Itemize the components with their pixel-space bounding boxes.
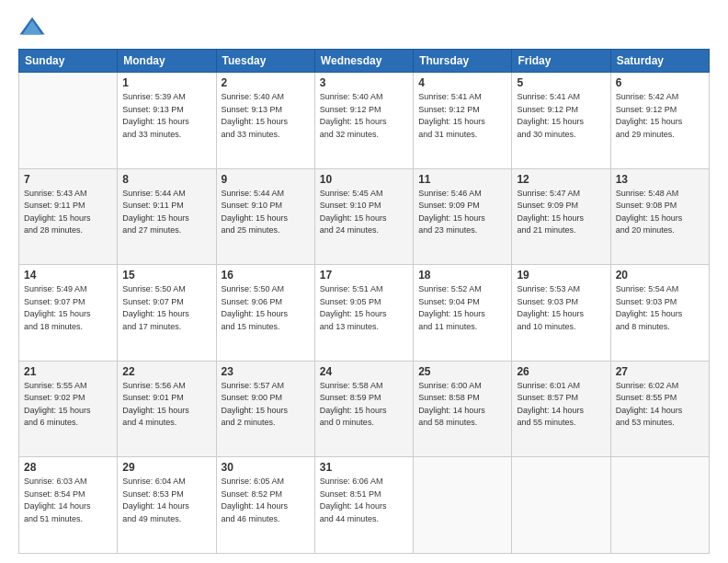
day-info: Sunrise: 5:50 AM Sunset: 9:07 PM Dayligh… — [122, 283, 210, 333]
day-number: 11 — [418, 173, 506, 186]
day-number: 25 — [418, 365, 506, 378]
day-number: 26 — [517, 365, 605, 378]
calendar-day: 9Sunrise: 5:44 AM Sunset: 9:10 PM Daylig… — [216, 168, 314, 265]
calendar-day: 5Sunrise: 5:41 AM Sunset: 9:12 PM Daylig… — [512, 73, 610, 169]
day-info: Sunrise: 5:44 AM Sunset: 9:11 PM Dayligh… — [122, 188, 210, 237]
day-number: 9 — [222, 173, 310, 186]
calendar-day: 25Sunrise: 6:00 AM Sunset: 8:58 PM Dayli… — [414, 361, 512, 457]
day-number: 10 — [320, 173, 408, 186]
calendar-day: 23Sunrise: 5:57 AM Sunset: 9:00 PM Dayli… — [216, 361, 314, 457]
day-number: 14 — [24, 269, 112, 282]
calendar-day: 3Sunrise: 5:40 AM Sunset: 9:12 PM Daylig… — [314, 73, 413, 169]
day-number: 17 — [320, 269, 408, 282]
calendar-day: 19Sunrise: 5:53 AM Sunset: 9:03 PM Dayli… — [512, 265, 610, 362]
day-info: Sunrise: 5:54 AM Sunset: 9:03 PM Dayligh… — [616, 283, 704, 333]
calendar-day: 10Sunrise: 5:45 AM Sunset: 9:10 PM Dayli… — [314, 168, 413, 265]
calendar-day: 14Sunrise: 5:49 AM Sunset: 9:07 PM Dayli… — [19, 265, 118, 362]
day-info: Sunrise: 5:55 AM Sunset: 9:02 PM Dayligh… — [24, 380, 112, 430]
day-info: Sunrise: 6:03 AM Sunset: 8:54 PM Dayligh… — [24, 476, 112, 525]
day-info: Sunrise: 5:46 AM Sunset: 9:09 PM Dayligh… — [418, 188, 506, 237]
day-info: Sunrise: 6:06 AM Sunset: 8:51 PM Dayligh… — [320, 476, 408, 525]
day-number: 30 — [222, 461, 310, 474]
day-number: 28 — [24, 461, 112, 474]
calendar-day: 8Sunrise: 5:44 AM Sunset: 9:11 PM Daylig… — [118, 168, 216, 265]
calendar-day: 13Sunrise: 5:48 AM Sunset: 9:08 PM Dayli… — [610, 168, 709, 265]
day-info: Sunrise: 5:56 AM Sunset: 9:01 PM Dayligh… — [122, 380, 210, 430]
header — [18, 14, 710, 41]
calendar-day — [512, 457, 610, 554]
day-number: 8 — [122, 173, 210, 186]
day-number: 4 — [418, 76, 506, 89]
day-info: Sunrise: 5:51 AM Sunset: 9:05 PM Dayligh… — [320, 283, 408, 333]
calendar-day: 18Sunrise: 5:52 AM Sunset: 9:04 PM Dayli… — [414, 265, 512, 362]
calendar-table: SundayMondayTuesdayWednesdayThursdayFrid… — [18, 49, 710, 554]
calendar-week-2: 7Sunrise: 5:43 AM Sunset: 9:11 PM Daylig… — [19, 168, 710, 265]
day-info: Sunrise: 6:04 AM Sunset: 8:53 PM Dayligh… — [122, 476, 210, 525]
day-info: Sunrise: 6:02 AM Sunset: 8:55 PM Dayligh… — [616, 380, 704, 430]
day-number: 20 — [616, 269, 704, 282]
calendar-day — [19, 73, 118, 169]
calendar-header-wednesday: Wednesday — [314, 50, 413, 73]
page: SundayMondayTuesdayWednesdayThursdayFrid… — [0, 0, 728, 563]
calendar-week-1: 1Sunrise: 5:39 AM Sunset: 9:13 PM Daylig… — [19, 73, 710, 169]
day-info: Sunrise: 5:49 AM Sunset: 9:07 PM Dayligh… — [24, 283, 112, 333]
day-number: 7 — [24, 173, 112, 186]
calendar-day: 30Sunrise: 6:05 AM Sunset: 8:52 PM Dayli… — [216, 457, 314, 554]
day-number: 3 — [320, 76, 408, 89]
calendar-day: 31Sunrise: 6:06 AM Sunset: 8:51 PM Dayli… — [314, 457, 413, 554]
calendar-day: 16Sunrise: 5:50 AM Sunset: 9:06 PM Dayli… — [216, 265, 314, 362]
day-number: 31 — [320, 461, 408, 474]
logo-icon — [18, 14, 46, 41]
day-number: 23 — [222, 365, 310, 378]
calendar-week-5: 28Sunrise: 6:03 AM Sunset: 8:54 PM Dayli… — [19, 457, 710, 554]
calendar-week-4: 21Sunrise: 5:55 AM Sunset: 9:02 PM Dayli… — [19, 361, 710, 457]
logo — [18, 14, 50, 41]
calendar-day: 15Sunrise: 5:50 AM Sunset: 9:07 PM Dayli… — [118, 265, 216, 362]
day-number: 27 — [616, 365, 704, 378]
day-info: Sunrise: 5:48 AM Sunset: 9:08 PM Dayligh… — [616, 188, 704, 237]
day-info: Sunrise: 5:47 AM Sunset: 9:09 PM Dayligh… — [517, 188, 605, 237]
day-number: 2 — [222, 76, 310, 89]
day-info: Sunrise: 5:39 AM Sunset: 9:13 PM Dayligh… — [122, 91, 210, 141]
day-number: 12 — [517, 173, 605, 186]
day-info: Sunrise: 5:44 AM Sunset: 9:10 PM Dayligh… — [222, 188, 310, 237]
calendar-header-tuesday: Tuesday — [216, 50, 314, 73]
day-number: 29 — [122, 461, 210, 474]
day-info: Sunrise: 5:52 AM Sunset: 9:04 PM Dayligh… — [418, 283, 506, 333]
day-info: Sunrise: 5:50 AM Sunset: 9:06 PM Dayligh… — [222, 283, 310, 333]
calendar-day: 20Sunrise: 5:54 AM Sunset: 9:03 PM Dayli… — [610, 265, 709, 362]
day-number: 19 — [517, 269, 605, 282]
calendar-day: 26Sunrise: 6:01 AM Sunset: 8:57 PM Dayli… — [512, 361, 610, 457]
calendar-header-saturday: Saturday — [610, 50, 709, 73]
day-info: Sunrise: 5:53 AM Sunset: 9:03 PM Dayligh… — [517, 283, 605, 333]
day-info: Sunrise: 5:58 AM Sunset: 8:59 PM Dayligh… — [320, 380, 408, 430]
day-number: 21 — [24, 365, 112, 378]
day-info: Sunrise: 5:41 AM Sunset: 9:12 PM Dayligh… — [517, 91, 605, 141]
day-info: Sunrise: 5:40 AM Sunset: 9:12 PM Dayligh… — [320, 91, 408, 141]
calendar-day — [414, 457, 512, 554]
day-number: 22 — [122, 365, 210, 378]
day-info: Sunrise: 5:41 AM Sunset: 9:12 PM Dayligh… — [418, 91, 506, 141]
calendar-week-3: 14Sunrise: 5:49 AM Sunset: 9:07 PM Dayli… — [19, 265, 710, 362]
day-info: Sunrise: 5:45 AM Sunset: 9:10 PM Dayligh… — [320, 188, 408, 237]
calendar-day: 7Sunrise: 5:43 AM Sunset: 9:11 PM Daylig… — [19, 168, 118, 265]
calendar-day: 28Sunrise: 6:03 AM Sunset: 8:54 PM Dayli… — [19, 457, 118, 554]
calendar-day: 29Sunrise: 6:04 AM Sunset: 8:53 PM Dayli… — [118, 457, 216, 554]
calendar-day: 6Sunrise: 5:42 AM Sunset: 9:12 PM Daylig… — [610, 73, 709, 169]
day-number: 5 — [517, 76, 605, 89]
calendar-header-friday: Friday — [512, 50, 610, 73]
calendar-day: 21Sunrise: 5:55 AM Sunset: 9:02 PM Dayli… — [19, 361, 118, 457]
calendar-day: 11Sunrise: 5:46 AM Sunset: 9:09 PM Dayli… — [414, 168, 512, 265]
calendar-day — [610, 457, 709, 554]
calendar-day: 2Sunrise: 5:40 AM Sunset: 9:13 PM Daylig… — [216, 73, 314, 169]
calendar-day: 1Sunrise: 5:39 AM Sunset: 9:13 PM Daylig… — [118, 73, 216, 169]
calendar-day: 22Sunrise: 5:56 AM Sunset: 9:01 PM Dayli… — [118, 361, 216, 457]
day-number: 18 — [418, 269, 506, 282]
day-info: Sunrise: 5:42 AM Sunset: 9:12 PM Dayligh… — [616, 91, 704, 141]
day-info: Sunrise: 6:00 AM Sunset: 8:58 PM Dayligh… — [418, 380, 506, 430]
day-info: Sunrise: 5:57 AM Sunset: 9:00 PM Dayligh… — [222, 380, 310, 430]
calendar-day: 24Sunrise: 5:58 AM Sunset: 8:59 PM Dayli… — [314, 361, 413, 457]
calendar-day: 12Sunrise: 5:47 AM Sunset: 9:09 PM Dayli… — [512, 168, 610, 265]
day-number: 1 — [122, 76, 210, 89]
calendar-day: 4Sunrise: 5:41 AM Sunset: 9:12 PM Daylig… — [414, 73, 512, 169]
